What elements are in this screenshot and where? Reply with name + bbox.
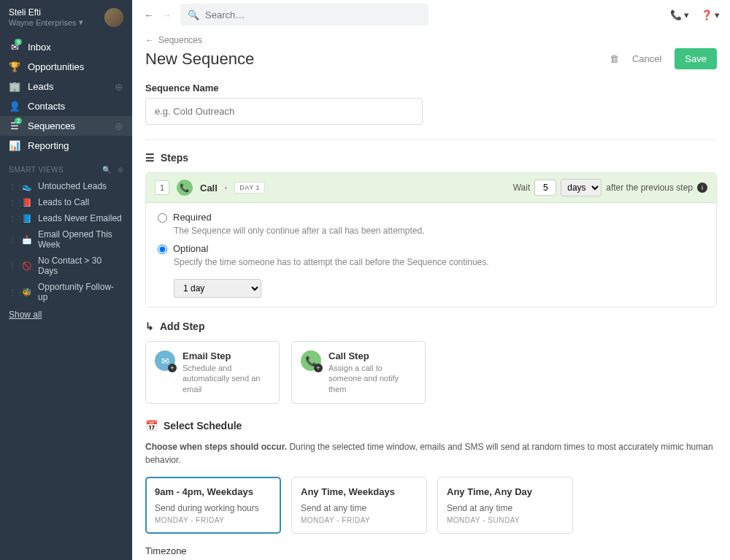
timezone-label: Timezone: [145, 545, 717, 556]
nav-label: Sequences: [28, 120, 75, 131]
sidebar-header[interactable]: Steli Efti Wayne Enterprises ▾: [0, 0, 132, 34]
person-icon: 👤: [9, 101, 20, 112]
trash-icon: 🗑: [610, 53, 619, 64]
calendar-icon: 📅: [145, 420, 158, 431]
smartviews-list: ⋮⋮👟Untouched Leads ⋮⋮📕Leads to Call ⋮⋮📘L…: [0, 178, 132, 305]
add-card-desc: Assign a call to someone and notify them: [328, 363, 416, 394]
steps-heading: ☰ Steps: [145, 152, 717, 164]
grip-icon: ⋮⋮: [9, 183, 16, 191]
breadcrumb[interactable]: ← Sequences: [145, 35, 717, 45]
grip-icon: ⋮⋮: [9, 236, 16, 244]
sequence-name-input[interactable]: [145, 98, 423, 125]
nav-reporting[interactable]: 📊 Reporting: [0, 136, 132, 156]
forward-arrow-icon[interactable]: →: [160, 9, 173, 20]
sidebar: Steli Efti Wayne Enterprises ▾ ✉ 9 Inbox…: [0, 0, 132, 560]
schedule-card-weekday-hours[interactable]: 9am - 4pm, Weekdays Send during working …: [145, 477, 281, 534]
plus-icon[interactable]: ⊕: [115, 81, 123, 93]
subdirectory-icon: ↳: [145, 321, 154, 332]
schedule-card-anytime-weekdays[interactable]: Any Time, Weekdays Send at any time MOND…: [291, 477, 427, 534]
schedule-card-days: MONDAY - SUNDAY: [447, 516, 564, 524]
email-icon: ✉: [155, 350, 175, 371]
schedule-card-title: Any Time, Any Day: [447, 486, 564, 497]
smartview-item[interactable]: ⋮⋮🐝Opportunity Follow-up: [0, 279, 132, 305]
schedule-card-title: Any Time, Weekdays: [301, 486, 418, 497]
trophy-icon: 🏆: [9, 61, 20, 72]
sequences-badge: 2: [15, 118, 22, 124]
search-input[interactable]: [205, 9, 421, 20]
phone-icon: 📞: [301, 350, 321, 371]
schedule-card-line: Send during working hours: [155, 503, 272, 513]
save-button[interactable]: Save: [675, 48, 717, 69]
wait-after-text: after the previous step: [606, 183, 693, 193]
add-card-title: Call Step: [328, 350, 416, 361]
step-card: 1 📞 Call • DAY 1 Wait days after the pre…: [145, 172, 717, 307]
phone-menu[interactable]: 📞 ▾: [670, 9, 689, 20]
plus-icon[interactable]: ⊕: [115, 120, 123, 132]
show-all-link[interactable]: Show all: [0, 305, 132, 324]
search-icon[interactable]: 🔍: [102, 166, 112, 174]
optional-radio-row[interactable]: Optional: [158, 243, 704, 254]
grip-icon: ⋮⋮: [9, 288, 16, 296]
smartviews-header: SMART VIEWS 🔍 ⊕: [0, 158, 132, 178]
nav-inbox[interactable]: ✉ 9 Inbox: [0, 37, 132, 57]
step-day-badge: DAY 1: [234, 182, 265, 193]
nav-label: Opportunities: [28, 61, 84, 72]
step-body: Required The Sequence will only continue…: [146, 203, 716, 307]
smartview-item[interactable]: ⋮⋮🚫No Contact > 30 Days: [0, 253, 132, 279]
nav-label: Inbox: [28, 42, 51, 53]
help-menu[interactable]: ❓ ▾: [701, 9, 720, 20]
wait-unit-select[interactable]: days: [561, 179, 602, 196]
search-box[interactable]: 🔍: [180, 4, 429, 26]
add-call-step-card[interactable]: 📞 Call Step Assign a call to someone and…: [291, 341, 426, 404]
add-email-step-card[interactable]: ✉ Email Step Schedule and automatically …: [145, 341, 280, 404]
separator-dot: •: [225, 184, 228, 192]
back-arrow-icon[interactable]: ←: [142, 9, 155, 20]
optional-wait-select[interactable]: 1 day: [174, 279, 261, 298]
wait-value-input[interactable]: [534, 180, 556, 196]
chevron-down-icon: ▾: [79, 18, 83, 27]
required-radio-row[interactable]: Required: [158, 212, 704, 223]
schedule-description: Choose when steps should occur. During t…: [145, 440, 717, 467]
nav-label: Contacts: [28, 101, 65, 112]
info-icon[interactable]: i: [697, 183, 707, 193]
main: ← → 🔍 📞 ▾ ❓ ▾ ← Sequences New Sequence 🗑: [132, 0, 730, 560]
nav-label: Reporting: [28, 140, 69, 151]
schedule-card-anytime-anyday[interactable]: Any Time, Any Day Send at any time MONDA…: [437, 477, 573, 534]
chart-icon: 📊: [9, 140, 20, 151]
optional-radio[interactable]: [158, 245, 167, 254]
step-type: Call: [200, 183, 218, 193]
content: ← Sequences New Sequence 🗑 Cancel Save S…: [132, 29, 730, 560]
back-arrow-icon: ←: [145, 35, 154, 45]
grip-icon: ⋮⋮: [9, 215, 16, 223]
plus-icon[interactable]: ⊕: [118, 166, 124, 174]
smartview-item[interactable]: ⋮⋮👟Untouched Leads: [0, 178, 132, 194]
chevron-down-icon: ▾: [715, 9, 720, 20]
schedule-card-days: MONDAY - FRIDAY: [155, 516, 272, 524]
step-number: 1: [155, 180, 169, 195]
chevron-down-icon: ▾: [684, 9, 689, 20]
cancel-button[interactable]: Cancel: [632, 53, 661, 64]
required-desc: The Sequence will only continue after a …: [174, 226, 704, 236]
building-icon: 🏢: [9, 81, 20, 92]
phone-icon: 📞: [177, 180, 193, 196]
nav-leads[interactable]: 🏢 Leads ⊕: [0, 77, 132, 96]
smartview-item[interactable]: ⋮⋮📩Email Opened This Week: [0, 226, 132, 253]
avatar[interactable]: [104, 8, 123, 27]
delete-button[interactable]: 🗑: [610, 53, 619, 64]
primary-nav: ✉ 9 Inbox 🏆 Opportunities 🏢 Leads ⊕ 👤 Co…: [0, 34, 132, 158]
smartview-item[interactable]: ⋮⋮📕Leads to Call: [0, 194, 132, 210]
schedule-card-line: Send at any time: [301, 503, 418, 513]
step-wait-controls: Wait days after the previous step i: [513, 179, 707, 196]
add-card-desc: Schedule and automatically send an email: [182, 363, 270, 394]
smartview-item[interactable]: ⋮⋮📘Leads Never Emailed: [0, 210, 132, 226]
sequence-name-label: Sequence Name: [145, 83, 717, 93]
add-card-title: Email Step: [182, 350, 270, 361]
addstep-heading: ↳ Add Step: [145, 321, 717, 332]
nav-contacts[interactable]: 👤 Contacts: [0, 96, 132, 116]
required-label: Required: [173, 212, 212, 223]
schedule-card-line: Send at any time: [447, 503, 564, 513]
nav-sequences[interactable]: ☰ 2 Sequences ⊕: [0, 116, 132, 136]
required-radio[interactable]: [158, 213, 167, 223]
nav-opportunities[interactable]: 🏆 Opportunities: [0, 57, 132, 77]
search-icon: 🔍: [188, 9, 199, 20]
